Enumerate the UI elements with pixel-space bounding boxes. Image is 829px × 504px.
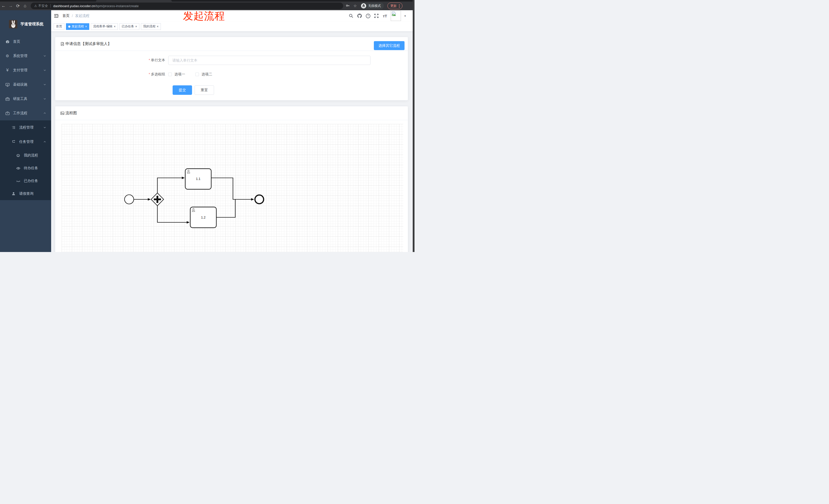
help-icon[interactable]: ? xyxy=(365,13,370,18)
search-icon[interactable] xyxy=(349,13,354,18)
choose-other-process-button[interactable]: 选择其它流程 xyxy=(374,41,404,50)
checkbox-option-2-label[interactable]: 选项二 xyxy=(202,72,212,77)
sidebar: 芋道管理系统 首页 ⚙ 系统管理 ¥ 支付管理 基础设施 xyxy=(0,10,51,252)
sidebar-item-home[interactable]: 首页 xyxy=(0,35,51,49)
tab-home[interactable]: 首页 xyxy=(54,23,65,30)
apply-info-card: 申请信息【测试多审批人】 选择其它流程 *单行文本 *多选框组 选项一 选项二 xyxy=(55,37,408,101)
end-event[interactable] xyxy=(255,195,264,204)
form-row-text: *单行文本 xyxy=(55,56,408,65)
browser-update-button[interactable]: 更新 xyxy=(387,3,402,9)
briefcase-icon xyxy=(5,111,10,116)
task-label: 1.1 xyxy=(196,177,200,181)
single-line-text-input[interactable] xyxy=(168,56,370,65)
browser-address-bar[interactable]: ⚠ 不安全 dashboard.yudao.iocoder.cn/bpm/pro… xyxy=(31,3,343,9)
user-task-2[interactable]: 1.2 xyxy=(190,207,216,228)
sidebar-item-todo-tasks[interactable]: 待办任务 xyxy=(0,162,51,175)
start-event[interactable] xyxy=(124,195,134,204)
sidebar-item-infrastructure[interactable]: 基础设施 xyxy=(0,77,51,92)
sidebar-item-label: 研发工具 xyxy=(13,96,27,101)
gateway-plus-icon xyxy=(156,196,158,203)
sidebar-item-task-management[interactable]: 任务管理 xyxy=(0,135,51,149)
close-icon[interactable]: × xyxy=(114,25,116,28)
close-icon[interactable]: × xyxy=(85,25,87,28)
sidebar-collapse-icon[interactable] xyxy=(54,13,59,18)
checkbox-option-2[interactable] xyxy=(195,73,199,76)
tab-my-processes[interactable]: 我的流程 × xyxy=(141,23,161,30)
sidebar-item-label: 系统管理 xyxy=(13,54,27,58)
chevron-down-icon xyxy=(43,126,46,129)
close-icon[interactable]: × xyxy=(135,25,137,28)
sidebar-item-system[interactable]: ⚙ 系统管理 xyxy=(0,49,51,63)
reset-button[interactable]: 重置 xyxy=(194,85,214,95)
security-label[interactable]: 不安全 xyxy=(38,4,48,8)
user-task-1[interactable]: 1.1 xyxy=(185,169,212,189)
flow-gateway-to-task2 xyxy=(157,206,189,222)
sidebar-item-done-tasks[interactable]: 已办任务 xyxy=(0,175,51,187)
close-icon[interactable]: × xyxy=(157,25,158,28)
browser-reload-button[interactable]: ⟳ xyxy=(14,3,22,9)
sidebar-item-dev-tools[interactable]: 研发工具 xyxy=(0,92,51,106)
url-path: /bpm/process-instance/create xyxy=(95,4,139,8)
sidebar-item-my-processes[interactable]: 我的流程 xyxy=(0,149,51,162)
sidebar-logo-row[interactable]: 芋道管理系统 xyxy=(0,10,51,35)
face-icon xyxy=(16,153,21,158)
sidebar-item-label: 首页 xyxy=(13,39,20,44)
bookmark-star-icon[interactable]: ☆ xyxy=(353,4,357,8)
sidebar-item-label: 待办任务 xyxy=(24,166,38,170)
eye-off-icon xyxy=(16,179,21,183)
app-logo xyxy=(9,20,17,28)
password-key-icon[interactable] xyxy=(346,4,350,8)
update-label[interactable]: 更新 xyxy=(390,4,397,8)
gear-icon: ⚙ xyxy=(5,54,10,58)
checkbox-option-1[interactable] xyxy=(168,73,172,76)
sidebar-item-leave-query[interactable]: 请假查询 xyxy=(0,187,51,200)
breadcrumb-separator: / xyxy=(72,14,73,18)
task-label: 1.2 xyxy=(201,216,205,219)
sidebar-item-payment[interactable]: ¥ 支付管理 xyxy=(0,63,51,77)
tags-view-bar: 首页 发起流程 × 流程表单-编辑 × 已办任务 × 我的流程 × xyxy=(51,22,414,32)
browser-forward-button[interactable]: → xyxy=(7,3,14,8)
flow-task1-to-end xyxy=(211,178,254,199)
flow-task2-to-end xyxy=(216,199,235,218)
toolbox-icon xyxy=(5,96,10,101)
apply-info-card-header: 申请信息【测试多审批人】 选择其它流程 xyxy=(55,37,408,51)
incognito-badge: 无痕模式 xyxy=(360,3,384,9)
svg-text:?: ? xyxy=(367,14,369,17)
font-size-icon[interactable]: ᴛT xyxy=(382,13,387,18)
sidebar-item-workflow[interactable]: 工作流程 xyxy=(0,106,51,120)
eye-icon xyxy=(16,166,21,170)
checkbox-option-1-label[interactable]: 选项一 xyxy=(174,72,185,77)
tab-start-process[interactable]: 发起流程 × xyxy=(66,23,89,30)
browser-home-button[interactable]: ⌂ xyxy=(22,3,29,8)
submit-button[interactable]: 提交 xyxy=(173,85,192,95)
avatar-broken-image[interactable] xyxy=(391,11,401,21)
browser-back-button[interactable]: ← xyxy=(0,3,7,8)
url-domain: dashboard.yudao.iocoder.cn xyxy=(53,4,95,8)
page-annotation: 发起流程 xyxy=(183,9,225,23)
github-icon[interactable] xyxy=(357,13,362,18)
tab-label: 发起流程 xyxy=(72,24,84,29)
image-icon xyxy=(60,111,65,115)
sidebar-item-process-management[interactable]: 流程管理 xyxy=(0,120,51,135)
sidebar-item-label: 基础设施 xyxy=(13,82,27,87)
tab-process-form-edit[interactable]: 流程表单-编辑 × xyxy=(91,23,118,30)
bpmn-canvas[interactable]: 1.1 1.2 xyxy=(62,124,403,252)
process-diagram-title: 流程图 xyxy=(66,111,77,116)
parallel-gateway[interactable] xyxy=(151,193,164,206)
document-icon xyxy=(60,42,65,46)
monitor-icon xyxy=(5,82,10,87)
sidebar-item-label: 请假查询 xyxy=(19,191,34,196)
tab-label: 已办任务 xyxy=(122,24,134,29)
tab-label: 我的流程 xyxy=(143,24,155,29)
fullscreen-icon[interactable] xyxy=(374,13,379,18)
caret-down-icon[interactable]: ▾ xyxy=(404,14,406,17)
form-row-checkbox-group: *多选框组 选项一 选项二 xyxy=(55,70,408,79)
browser-menu-icon[interactable] xyxy=(399,4,400,8)
incognito-icon xyxy=(361,3,366,8)
process-diagram-card: 流程图 xyxy=(55,106,408,252)
required-mark: * xyxy=(149,72,150,76)
page-content: 申请信息【测试多审批人】 选择其它流程 *单行文本 *多选框组 选项一 选项二 xyxy=(51,32,414,252)
process-diagram-card-header: 流程图 xyxy=(55,106,408,120)
tab-done-tasks[interactable]: 已办任务 × xyxy=(119,23,139,30)
breadcrumb-home[interactable]: 首页 xyxy=(62,13,70,18)
